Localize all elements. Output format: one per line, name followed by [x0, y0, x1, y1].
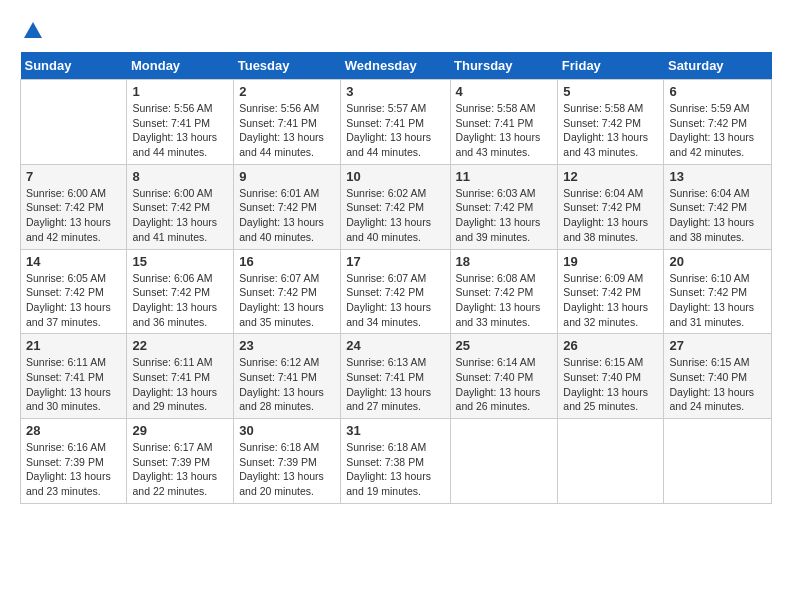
day-detail: Sunrise: 5:57 AMSunset: 7:41 PMDaylight:… [346, 101, 444, 160]
calendar-cell: 5Sunrise: 5:58 AMSunset: 7:42 PMDaylight… [558, 80, 664, 165]
day-detail: Sunrise: 6:01 AMSunset: 7:42 PMDaylight:… [239, 186, 335, 245]
day-number: 1 [132, 84, 228, 99]
day-number: 7 [26, 169, 121, 184]
day-detail: Sunrise: 6:09 AMSunset: 7:42 PMDaylight:… [563, 271, 658, 330]
day-detail: Sunrise: 6:04 AMSunset: 7:42 PMDaylight:… [669, 186, 766, 245]
calendar-week-row: 7Sunrise: 6:00 AMSunset: 7:42 PMDaylight… [21, 164, 772, 249]
logo-bird-icon [22, 20, 44, 42]
calendar-cell: 9Sunrise: 6:01 AMSunset: 7:42 PMDaylight… [234, 164, 341, 249]
day-detail: Sunrise: 6:03 AMSunset: 7:42 PMDaylight:… [456, 186, 553, 245]
day-number: 23 [239, 338, 335, 353]
weekday-header-sunday: Sunday [21, 52, 127, 80]
day-detail: Sunrise: 6:17 AMSunset: 7:39 PMDaylight:… [132, 440, 228, 499]
day-number: 18 [456, 254, 553, 269]
day-number: 5 [563, 84, 658, 99]
day-number: 3 [346, 84, 444, 99]
calendar-cell: 31Sunrise: 6:18 AMSunset: 7:38 PMDayligh… [341, 419, 450, 504]
day-detail: Sunrise: 6:00 AMSunset: 7:42 PMDaylight:… [26, 186, 121, 245]
calendar-cell [450, 419, 558, 504]
day-number: 16 [239, 254, 335, 269]
day-detail: Sunrise: 6:11 AMSunset: 7:41 PMDaylight:… [26, 355, 121, 414]
day-detail: Sunrise: 6:18 AMSunset: 7:38 PMDaylight:… [346, 440, 444, 499]
weekday-header-tuesday: Tuesday [234, 52, 341, 80]
calendar-cell: 15Sunrise: 6:06 AMSunset: 7:42 PMDayligh… [127, 249, 234, 334]
day-detail: Sunrise: 6:07 AMSunset: 7:42 PMDaylight:… [346, 271, 444, 330]
calendar-week-row: 1Sunrise: 5:56 AMSunset: 7:41 PMDaylight… [21, 80, 772, 165]
day-number: 24 [346, 338, 444, 353]
calendar-cell: 2Sunrise: 5:56 AMSunset: 7:41 PMDaylight… [234, 80, 341, 165]
weekday-header-saturday: Saturday [664, 52, 772, 80]
calendar-cell: 17Sunrise: 6:07 AMSunset: 7:42 PMDayligh… [341, 249, 450, 334]
day-number: 15 [132, 254, 228, 269]
calendar-table: SundayMondayTuesdayWednesdayThursdayFrid… [20, 52, 772, 504]
calendar-cell: 11Sunrise: 6:03 AMSunset: 7:42 PMDayligh… [450, 164, 558, 249]
day-number: 21 [26, 338, 121, 353]
calendar-cell: 28Sunrise: 6:16 AMSunset: 7:39 PMDayligh… [21, 419, 127, 504]
day-number: 14 [26, 254, 121, 269]
day-detail: Sunrise: 6:04 AMSunset: 7:42 PMDaylight:… [563, 186, 658, 245]
day-number: 13 [669, 169, 766, 184]
calendar-cell: 1Sunrise: 5:56 AMSunset: 7:41 PMDaylight… [127, 80, 234, 165]
calendar-cell: 6Sunrise: 5:59 AMSunset: 7:42 PMDaylight… [664, 80, 772, 165]
logo [20, 20, 44, 42]
day-detail: Sunrise: 6:14 AMSunset: 7:40 PMDaylight:… [456, 355, 553, 414]
weekday-header-friday: Friday [558, 52, 664, 80]
day-detail: Sunrise: 6:12 AMSunset: 7:41 PMDaylight:… [239, 355, 335, 414]
calendar-cell: 29Sunrise: 6:17 AMSunset: 7:39 PMDayligh… [127, 419, 234, 504]
day-number: 8 [132, 169, 228, 184]
day-number: 29 [132, 423, 228, 438]
day-detail: Sunrise: 5:58 AMSunset: 7:42 PMDaylight:… [563, 101, 658, 160]
day-detail: Sunrise: 6:18 AMSunset: 7:39 PMDaylight:… [239, 440, 335, 499]
day-number: 17 [346, 254, 444, 269]
day-detail: Sunrise: 6:02 AMSunset: 7:42 PMDaylight:… [346, 186, 444, 245]
day-number: 9 [239, 169, 335, 184]
calendar-cell: 4Sunrise: 5:58 AMSunset: 7:41 PMDaylight… [450, 80, 558, 165]
calendar-cell: 30Sunrise: 6:18 AMSunset: 7:39 PMDayligh… [234, 419, 341, 504]
day-number: 22 [132, 338, 228, 353]
calendar-cell: 26Sunrise: 6:15 AMSunset: 7:40 PMDayligh… [558, 334, 664, 419]
weekday-header-monday: Monday [127, 52, 234, 80]
calendar-cell: 8Sunrise: 6:00 AMSunset: 7:42 PMDaylight… [127, 164, 234, 249]
calendar-cell: 12Sunrise: 6:04 AMSunset: 7:42 PMDayligh… [558, 164, 664, 249]
calendar-cell: 23Sunrise: 6:12 AMSunset: 7:41 PMDayligh… [234, 334, 341, 419]
day-number: 10 [346, 169, 444, 184]
calendar-cell: 10Sunrise: 6:02 AMSunset: 7:42 PMDayligh… [341, 164, 450, 249]
weekday-header-thursday: Thursday [450, 52, 558, 80]
day-number: 11 [456, 169, 553, 184]
day-detail: Sunrise: 5:56 AMSunset: 7:41 PMDaylight:… [132, 101, 228, 160]
calendar-cell: 27Sunrise: 6:15 AMSunset: 7:40 PMDayligh… [664, 334, 772, 419]
calendar-cell: 7Sunrise: 6:00 AMSunset: 7:42 PMDaylight… [21, 164, 127, 249]
calendar-cell: 3Sunrise: 5:57 AMSunset: 7:41 PMDaylight… [341, 80, 450, 165]
calendar-cell: 19Sunrise: 6:09 AMSunset: 7:42 PMDayligh… [558, 249, 664, 334]
calendar-cell: 22Sunrise: 6:11 AMSunset: 7:41 PMDayligh… [127, 334, 234, 419]
day-detail: Sunrise: 6:08 AMSunset: 7:42 PMDaylight:… [456, 271, 553, 330]
svg-marker-0 [24, 22, 42, 38]
day-detail: Sunrise: 6:00 AMSunset: 7:42 PMDaylight:… [132, 186, 228, 245]
day-detail: Sunrise: 5:59 AMSunset: 7:42 PMDaylight:… [669, 101, 766, 160]
day-detail: Sunrise: 6:15 AMSunset: 7:40 PMDaylight:… [563, 355, 658, 414]
day-number: 20 [669, 254, 766, 269]
day-number: 27 [669, 338, 766, 353]
weekday-header-wednesday: Wednesday [341, 52, 450, 80]
calendar-cell: 14Sunrise: 6:05 AMSunset: 7:42 PMDayligh… [21, 249, 127, 334]
calendar-cell: 13Sunrise: 6:04 AMSunset: 7:42 PMDayligh… [664, 164, 772, 249]
calendar-cell: 18Sunrise: 6:08 AMSunset: 7:42 PMDayligh… [450, 249, 558, 334]
weekday-header-row: SundayMondayTuesdayWednesdayThursdayFrid… [21, 52, 772, 80]
day-number: 28 [26, 423, 121, 438]
calendar-cell: 24Sunrise: 6:13 AMSunset: 7:41 PMDayligh… [341, 334, 450, 419]
day-detail: Sunrise: 5:58 AMSunset: 7:41 PMDaylight:… [456, 101, 553, 160]
day-number: 31 [346, 423, 444, 438]
day-detail: Sunrise: 6:13 AMSunset: 7:41 PMDaylight:… [346, 355, 444, 414]
day-detail: Sunrise: 6:07 AMSunset: 7:42 PMDaylight:… [239, 271, 335, 330]
calendar-cell: 16Sunrise: 6:07 AMSunset: 7:42 PMDayligh… [234, 249, 341, 334]
calendar-cell: 20Sunrise: 6:10 AMSunset: 7:42 PMDayligh… [664, 249, 772, 334]
day-number: 4 [456, 84, 553, 99]
day-number: 6 [669, 84, 766, 99]
day-detail: Sunrise: 6:10 AMSunset: 7:42 PMDaylight:… [669, 271, 766, 330]
day-number: 19 [563, 254, 658, 269]
day-detail: Sunrise: 6:11 AMSunset: 7:41 PMDaylight:… [132, 355, 228, 414]
page-header [20, 20, 772, 42]
day-detail: Sunrise: 5:56 AMSunset: 7:41 PMDaylight:… [239, 101, 335, 160]
calendar-cell: 25Sunrise: 6:14 AMSunset: 7:40 PMDayligh… [450, 334, 558, 419]
day-detail: Sunrise: 6:15 AMSunset: 7:40 PMDaylight:… [669, 355, 766, 414]
